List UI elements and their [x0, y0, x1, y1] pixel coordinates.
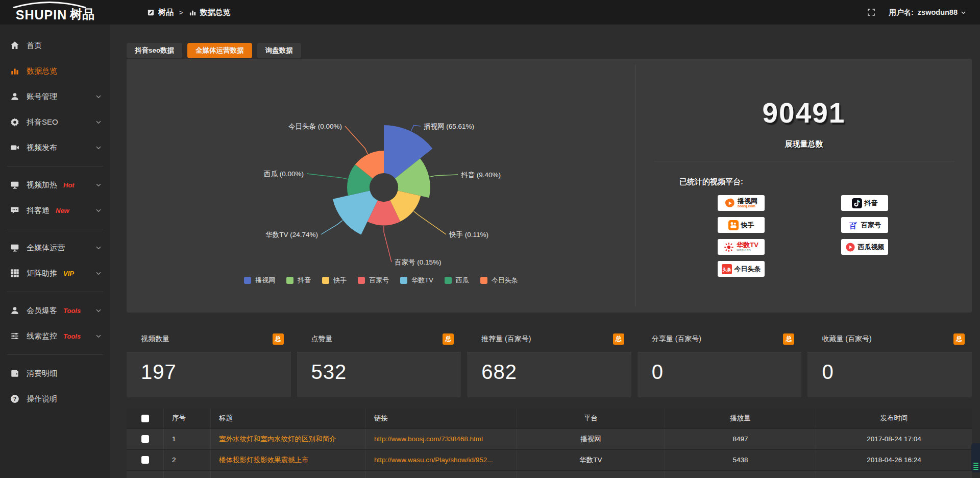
row-checkbox[interactable] [141, 435, 149, 443]
legend-item-抖音[interactable]: 抖音 [286, 276, 311, 285]
sidebar-item-消费明细[interactable]: 消费明细 [0, 361, 110, 386]
platform-badge-抖音: 抖音 [841, 195, 888, 211]
platform-badge-text: 今日头条 [734, 266, 761, 273]
platform-badges-right: 抖音百百家号西瓜视频 [841, 195, 888, 255]
platform-badge-今日头条: 头条今日头条 [718, 261, 765, 277]
sidebar-item-badge: Tools [63, 332, 81, 340]
xigua-logo-icon [845, 242, 855, 252]
legend-item-西瓜[interactable]: 西瓜 [445, 276, 469, 285]
metric-card-total-badge[interactable]: 总 [443, 333, 454, 345]
monitor-icon [10, 180, 19, 189]
table-header-cell: 链接 [366, 409, 517, 428]
table-cell: 8497 [665, 429, 816, 449]
sidebar-item-账号管理[interactable]: 账号管理 [0, 84, 110, 109]
sidebar-divider [7, 354, 103, 355]
table-header-cell: 发布时间 [816, 409, 972, 428]
tab-全媒体运营数据[interactable]: 全媒体运营数据 [187, 43, 252, 58]
table-cell: http://www.boosj.com/7338468.html [366, 429, 517, 449]
row-checkbox[interactable] [141, 456, 149, 464]
video-url-link[interactable]: http://www.boosj.com/7338468.html [374, 435, 483, 443]
sidebar-item-label: 抖音SEO [27, 117, 58, 127]
legend-label: 今日头条 [492, 276, 518, 285]
legend-item-今日头条[interactable]: 今日头条 [480, 276, 518, 285]
legend-item-百家号[interactable]: 百家号 [358, 276, 389, 285]
legend-swatch [244, 277, 251, 284]
widget-bar [973, 467, 978, 468]
breadcrumb-brand-icon [147, 9, 155, 16]
sidebar-item-抖客通[interactable]: 抖客通New [0, 198, 110, 223]
legend-item-播视网[interactable]: 播视网 [244, 276, 275, 285]
table-cell [211, 471, 366, 478]
platform-badge-text: 西瓜视频 [858, 244, 885, 251]
logo-text: SHUPIN [16, 7, 67, 22]
chevron-down-icon [95, 332, 102, 340]
chevron-down-icon [95, 93, 102, 100]
tab-询盘数据[interactable]: 询盘数据 [257, 43, 301, 58]
platform-badge-name: 西瓜视频 [858, 244, 885, 251]
sidebar-item-会员爆客[interactable]: 会员爆客Tools [0, 298, 110, 323]
total-impressions-label: 展现量总数 [636, 139, 972, 149]
user-menu[interactable]: 用户名: zswodun88 [889, 8, 967, 17]
sidebar-item-badge: New [56, 207, 69, 214]
sidebar-item-label: 数据总览 [27, 66, 57, 76]
metric-card-value: 682 [467, 352, 631, 384]
video-title-link[interactable]: 楼体投影灯投影效果震撼上市 [219, 456, 309, 465]
select-all-checkbox[interactable] [141, 415, 149, 422]
video-title-link[interactable]: 室外水纹灯和室内水纹灯的区别和简介 [219, 435, 336, 444]
table-cell [127, 429, 164, 449]
user-icon [10, 92, 19, 101]
chevron-down-icon [95, 270, 102, 277]
tab-抖音seo数据[interactable]: 抖音seo数据 [127, 43, 182, 58]
fullscreen-icon[interactable] [867, 8, 875, 16]
metric-card-header: 点赞量总 [297, 326, 461, 352]
metric-card-total-badge[interactable]: 总 [953, 333, 965, 345]
pie-chart-region: 播视网 (65.61%)抖音 (9.40%)快手 (0.11%)百家号 (0.1… [127, 59, 635, 313]
metric-card-value: 0 [807, 352, 972, 384]
sidebar-item-数据总览[interactable]: 数据总览 [0, 58, 110, 84]
sidebar-item-线索监控[interactable]: 线索监控Tools [0, 323, 110, 349]
legend-swatch [358, 277, 365, 284]
toutiao-logo-icon: 头条 [722, 264, 732, 274]
table-cell: 室外水纹灯和室内水纹灯的区别和简介 [211, 429, 366, 449]
sidebar-item-抖音SEO[interactable]: 抖音SEO [0, 109, 110, 135]
chevron-down-icon [95, 207, 102, 214]
breadcrumb-root[interactable]: 树品 [158, 8, 174, 17]
legend-label: 百家号 [369, 276, 389, 285]
table-cell [127, 471, 164, 478]
sidebar-item-视频发布[interactable]: 视频发布 [0, 135, 110, 160]
metric-card-label: 推荐量 (百家号) [481, 334, 531, 344]
sidebar-item-全媒体运营[interactable]: 全媒体运营 [0, 235, 110, 260]
grid-icon [10, 269, 19, 278]
side-float-widget[interactable] [971, 443, 980, 472]
table-cell: 播视网 [517, 429, 665, 449]
legend-item-华数TV[interactable]: 华数TV [400, 276, 433, 285]
metric-card-total-badge[interactable]: 总 [273, 333, 284, 345]
sidebar-item-首页[interactable]: 首页 [0, 33, 110, 58]
table-row: 1室外水纹灯和室内水纹灯的区别和简介http://www.boosj.com/7… [127, 429, 972, 450]
platform-badge-text: 百家号 [861, 222, 881, 229]
table-header-cell: 序号 [164, 409, 211, 428]
table-cell: 2017-08-24 17:04 [816, 429, 972, 449]
kuaishou-logo-icon [728, 220, 739, 230]
metric-card-header: 分享量 (百家号)总 [638, 326, 802, 352]
table-cell [164, 471, 211, 478]
sidebar-item-矩阵助推[interactable]: 矩阵助推VIP [0, 260, 110, 286]
baijiahao-logo-icon: 百 [848, 220, 859, 230]
app-logo[interactable]: SHUPIN 树品 [0, 0, 110, 25]
video-url-link[interactable]: http://www.wasu.cn/Play/show/id/952... [374, 456, 493, 464]
sidebar-item-视频加热[interactable]: 视频加热Hot [0, 172, 110, 198]
table-cell: 5438 [665, 450, 816, 470]
boosj-logo-icon [725, 198, 735, 208]
table-cell [366, 471, 517, 478]
pie-label: 今日头条 (0.00%) [288, 123, 342, 130]
pie-slice-华数TV[interactable] [333, 190, 378, 234]
metric-card-total-badge[interactable]: 总 [783, 333, 794, 345]
legend-item-快手[interactable]: 快手 [322, 276, 347, 285]
metric-card-total-badge[interactable]: 总 [613, 333, 624, 345]
sidebar-divider [7, 166, 103, 166]
table-cell: 1 [164, 429, 211, 449]
pie-label-line [321, 221, 342, 234]
sidebar-item-操作说明[interactable]: ?操作说明 [0, 386, 110, 412]
pie-label-line [411, 125, 421, 131]
platform-badge-name: 百家号 [861, 222, 881, 229]
